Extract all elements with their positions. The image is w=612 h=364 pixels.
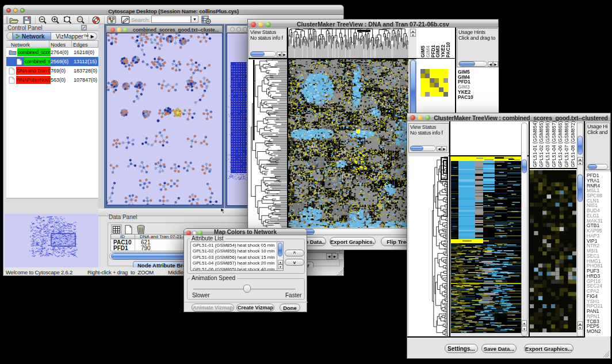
svg-text:1:1: 1:1 xyxy=(78,18,82,21)
